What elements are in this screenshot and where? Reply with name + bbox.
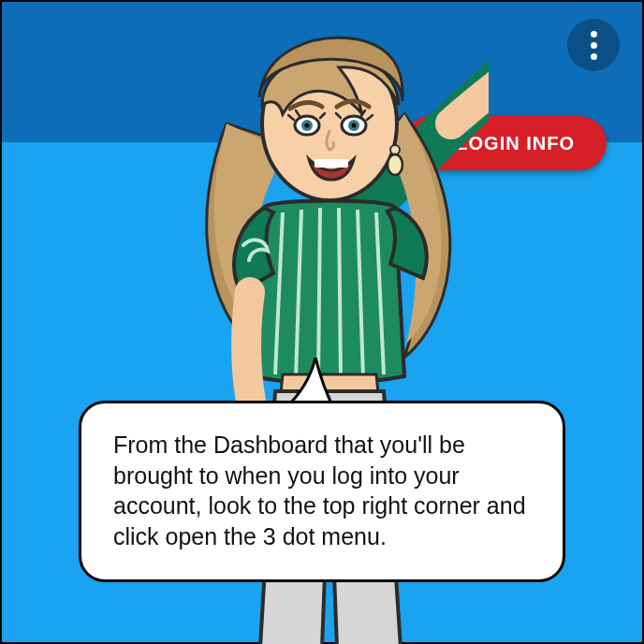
svg-line-4 <box>318 208 320 380</box>
speech-text: From the Dashboard that you'll be brough… <box>113 432 526 549</box>
login-info-label: D LOGIN INFO <box>435 133 575 154</box>
kebab-dot-icon <box>591 53 597 60</box>
kebab-menu-button[interactable] <box>567 19 620 71</box>
svg-point-19 <box>390 145 400 154</box>
svg-line-7 <box>376 212 384 374</box>
svg-rect-1 <box>311 180 348 217</box>
tutorial-frame: D LOGIN INFO <box>0 0 644 644</box>
login-info-button[interactable]: D LOGIN INFO <box>403 116 607 170</box>
svg-line-3 <box>296 210 301 378</box>
svg-line-6 <box>358 210 363 378</box>
svg-rect-18 <box>315 159 348 168</box>
svg-line-2 <box>275 212 283 374</box>
speech-bubble: From the Dashboard that you'll be brough… <box>79 401 565 582</box>
kebab-dot-icon <box>591 42 597 49</box>
svg-point-20 <box>388 154 402 175</box>
svg-line-5 <box>339 208 341 380</box>
kebab-dot-icon <box>591 31 597 37</box>
